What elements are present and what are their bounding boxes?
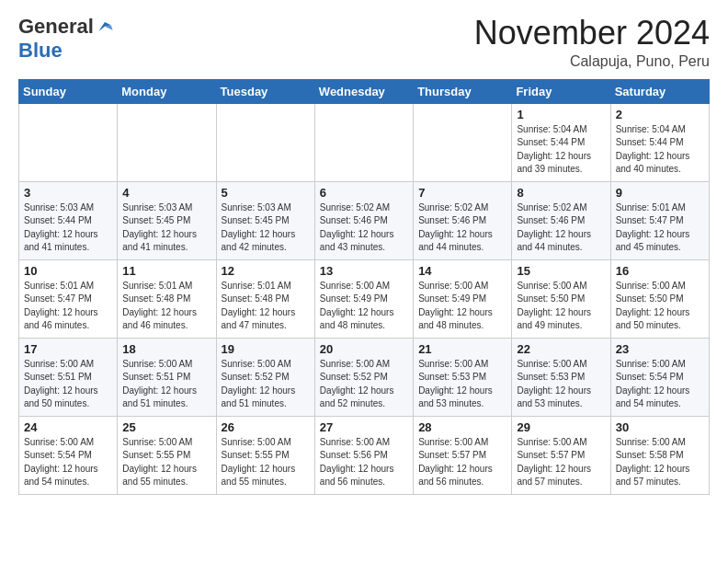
- calendar-cell: 18Sunrise: 5:00 AM Sunset: 5:51 PM Dayli…: [118, 338, 216, 416]
- day-number: 10: [24, 264, 112, 278]
- day-info: Sunrise: 5:00 AM Sunset: 5:52 PM Dayligh…: [320, 358, 408, 411]
- calendar-cell: 5Sunrise: 5:03 AM Sunset: 5:45 PM Daylig…: [216, 181, 314, 259]
- calendar-cell: 27Sunrise: 5:00 AM Sunset: 5:56 PM Dayli…: [314, 416, 413, 494]
- logo-general-text: General: [18, 15, 94, 39]
- calendar-cell: 3Sunrise: 5:03 AM Sunset: 5:44 PM Daylig…: [19, 181, 118, 259]
- logo-bird-icon: [96, 17, 114, 36]
- day-info: Sunrise: 5:01 AM Sunset: 5:47 PM Dayligh…: [616, 201, 704, 255]
- day-number: 22: [517, 342, 605, 356]
- weekday-header-monday: Monday: [118, 79, 216, 103]
- calendar-cell: 19Sunrise: 5:00 AM Sunset: 5:52 PM Dayli…: [216, 338, 314, 416]
- calendar-cell: [118, 103, 216, 181]
- day-number: 5: [222, 186, 310, 200]
- calendar-cell: 12Sunrise: 5:01 AM Sunset: 5:48 PM Dayli…: [216, 259, 314, 338]
- day-info: Sunrise: 5:00 AM Sunset: 5:51 PM Dayligh…: [122, 358, 210, 411]
- day-number: 9: [616, 186, 704, 200]
- calendar-cell: [19, 103, 118, 181]
- day-number: 14: [418, 264, 506, 278]
- calendar-cell: 29Sunrise: 5:00 AM Sunset: 5:57 PM Dayli…: [512, 416, 610, 494]
- calendar-week-row: 1Sunrise: 5:04 AM Sunset: 5:44 PM Daylig…: [19, 103, 710, 181]
- weekday-header-friday: Friday: [512, 79, 610, 103]
- calendar-cell: 26Sunrise: 5:00 AM Sunset: 5:55 PM Dayli…: [216, 416, 314, 494]
- day-number: 21: [418, 342, 506, 356]
- day-number: 3: [24, 186, 112, 200]
- day-info: Sunrise: 5:04 AM Sunset: 5:44 PM Dayligh…: [616, 123, 704, 177]
- calendar-cell: 20Sunrise: 5:00 AM Sunset: 5:52 PM Dayli…: [314, 338, 413, 416]
- calendar-header: SundayMondayTuesdayWednesdayThursdayFrid…: [19, 79, 710, 103]
- calendar-cell: 23Sunrise: 5:00 AM Sunset: 5:54 PM Dayli…: [610, 338, 709, 416]
- day-number: 25: [122, 420, 210, 434]
- calendar-cell: 25Sunrise: 5:00 AM Sunset: 5:55 PM Dayli…: [118, 416, 216, 494]
- calendar-cell: 2Sunrise: 5:04 AM Sunset: 5:44 PM Daylig…: [610, 103, 709, 181]
- day-info: Sunrise: 5:00 AM Sunset: 5:57 PM Dayligh…: [517, 436, 605, 489]
- day-info: Sunrise: 5:00 AM Sunset: 5:49 PM Dayligh…: [418, 280, 506, 333]
- day-number: 27: [320, 420, 408, 434]
- calendar-cell: 6Sunrise: 5:02 AM Sunset: 5:46 PM Daylig…: [314, 181, 413, 259]
- calendar-cell: [414, 103, 512, 181]
- day-info: Sunrise: 5:03 AM Sunset: 5:45 PM Dayligh…: [222, 201, 310, 255]
- calendar-cell: 11Sunrise: 5:01 AM Sunset: 5:48 PM Dayli…: [118, 259, 216, 338]
- weekday-header-row: SundayMondayTuesdayWednesdayThursdayFrid…: [19, 79, 710, 103]
- logo-blue-text: Blue: [18, 39, 63, 62]
- day-info: Sunrise: 5:00 AM Sunset: 5:51 PM Dayligh…: [24, 358, 112, 411]
- day-info: Sunrise: 5:00 AM Sunset: 5:53 PM Dayligh…: [418, 358, 506, 411]
- weekday-header-tuesday: Tuesday: [216, 79, 314, 103]
- calendar-cell: 1Sunrise: 5:04 AM Sunset: 5:44 PM Daylig…: [512, 103, 610, 181]
- day-number: 7: [418, 186, 506, 200]
- day-info: Sunrise: 5:00 AM Sunset: 5:54 PM Dayligh…: [24, 436, 112, 489]
- day-info: Sunrise: 5:02 AM Sunset: 5:46 PM Dayligh…: [517, 201, 605, 255]
- day-info: Sunrise: 5:03 AM Sunset: 5:44 PM Dayligh…: [24, 201, 112, 255]
- day-number: 15: [517, 264, 605, 278]
- day-number: 19: [222, 342, 310, 356]
- calendar-cell: 7Sunrise: 5:02 AM Sunset: 5:46 PM Daylig…: [414, 181, 512, 259]
- day-number: 18: [122, 342, 210, 356]
- day-number: 13: [320, 264, 408, 278]
- day-number: 24: [24, 420, 112, 434]
- calendar-cell: 22Sunrise: 5:00 AM Sunset: 5:53 PM Dayli…: [512, 338, 610, 416]
- calendar-cell: 9Sunrise: 5:01 AM Sunset: 5:47 PM Daylig…: [610, 181, 709, 259]
- day-number: 8: [517, 186, 605, 200]
- day-info: Sunrise: 5:00 AM Sunset: 5:55 PM Dayligh…: [122, 436, 210, 489]
- day-number: 29: [517, 420, 605, 434]
- calendar-cell: 28Sunrise: 5:00 AM Sunset: 5:57 PM Dayli…: [414, 416, 512, 494]
- calendar-table: SundayMondayTuesdayWednesdayThursdayFrid…: [18, 79, 710, 495]
- day-info: Sunrise: 5:04 AM Sunset: 5:44 PM Dayligh…: [517, 123, 605, 177]
- calendar-cell: 21Sunrise: 5:00 AM Sunset: 5:53 PM Dayli…: [414, 338, 512, 416]
- day-info: Sunrise: 5:00 AM Sunset: 5:50 PM Dayligh…: [517, 280, 605, 333]
- header: General Blue November 2024 Calapuja, Pun…: [18, 15, 710, 70]
- day-info: Sunrise: 5:02 AM Sunset: 5:46 PM Dayligh…: [320, 201, 408, 255]
- day-number: 4: [122, 186, 210, 200]
- weekday-header-thursday: Thursday: [414, 79, 512, 103]
- day-info: Sunrise: 5:00 AM Sunset: 5:58 PM Dayligh…: [616, 436, 704, 489]
- calendar-cell: 17Sunrise: 5:00 AM Sunset: 5:51 PM Dayli…: [19, 338, 118, 416]
- day-number: 17: [24, 342, 112, 356]
- day-info: Sunrise: 5:03 AM Sunset: 5:45 PM Dayligh…: [122, 201, 210, 255]
- day-info: Sunrise: 5:00 AM Sunset: 5:49 PM Dayligh…: [320, 280, 408, 333]
- day-number: 20: [320, 342, 408, 356]
- page: General Blue November 2024 Calapuja, Pun…: [0, 0, 728, 510]
- weekday-header-saturday: Saturday: [610, 79, 709, 103]
- calendar-cell: 30Sunrise: 5:00 AM Sunset: 5:58 PM Dayli…: [610, 416, 709, 494]
- day-info: Sunrise: 5:01 AM Sunset: 5:48 PM Dayligh…: [122, 280, 210, 333]
- day-number: 2: [616, 108, 704, 121]
- calendar-cell: 4Sunrise: 5:03 AM Sunset: 5:45 PM Daylig…: [118, 181, 216, 259]
- day-info: Sunrise: 5:00 AM Sunset: 5:57 PM Dayligh…: [418, 436, 506, 489]
- day-info: Sunrise: 5:00 AM Sunset: 5:52 PM Dayligh…: [222, 358, 310, 411]
- day-info: Sunrise: 5:00 AM Sunset: 5:56 PM Dayligh…: [320, 436, 408, 489]
- calendar-cell: 14Sunrise: 5:00 AM Sunset: 5:49 PM Dayli…: [414, 259, 512, 338]
- day-info: Sunrise: 5:01 AM Sunset: 5:48 PM Dayligh…: [222, 280, 310, 333]
- title-block: November 2024 Calapuja, Puno, Peru: [474, 15, 710, 70]
- calendar-cell: 15Sunrise: 5:00 AM Sunset: 5:50 PM Dayli…: [512, 259, 610, 338]
- calendar-cell: 16Sunrise: 5:00 AM Sunset: 5:50 PM Dayli…: [610, 259, 709, 338]
- weekday-header-wednesday: Wednesday: [314, 79, 413, 103]
- calendar-cell: 10Sunrise: 5:01 AM Sunset: 5:47 PM Dayli…: [19, 259, 118, 338]
- day-info: Sunrise: 5:02 AM Sunset: 5:46 PM Dayligh…: [418, 201, 506, 255]
- day-number: 12: [222, 264, 310, 278]
- logo: General Blue: [18, 15, 114, 63]
- calendar-cell: [314, 103, 413, 181]
- day-info: Sunrise: 5:00 AM Sunset: 5:54 PM Dayligh…: [616, 358, 704, 411]
- calendar-body: 1Sunrise: 5:04 AM Sunset: 5:44 PM Daylig…: [19, 103, 710, 494]
- day-number: 23: [616, 342, 704, 356]
- calendar-cell: 13Sunrise: 5:00 AM Sunset: 5:49 PM Dayli…: [314, 259, 413, 338]
- calendar-week-row: 17Sunrise: 5:00 AM Sunset: 5:51 PM Dayli…: [19, 338, 710, 416]
